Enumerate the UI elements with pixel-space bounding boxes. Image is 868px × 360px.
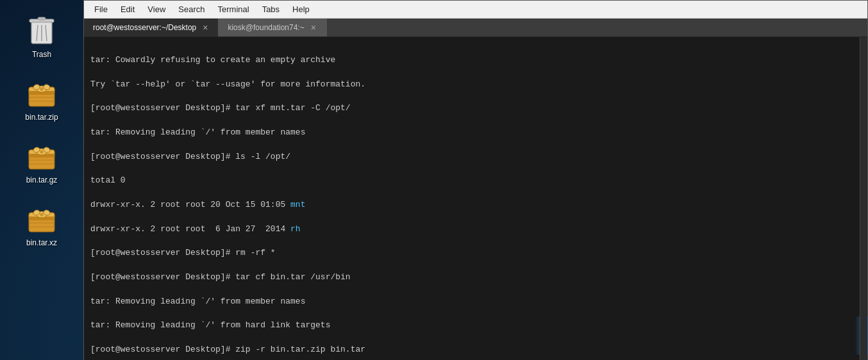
menu-search[interactable]: Search [173,3,210,16]
bin-tar-gz-icon-item[interactable]: bin.tar.gz [26,141,58,184]
term-line-9: [root@westosserver Desktop]# rm -rf * [90,247,853,259]
menu-tabs[interactable]: Tabs [257,3,285,16]
term-line-10: [root@westosserver Desktop]# tar cf bin.… [90,272,853,284]
menu-help[interactable]: Help [287,3,315,16]
bin-tar-xz-label: bin.tar.xz [26,238,57,247]
term-line-8: drwxr-xr-x. 2 root root 6 Jan 27 2014 rh [90,224,853,236]
term-line-2: Try `tar --help' or `tar --usage' for mo… [90,79,853,91]
bin-tar-xz-icon-item[interactable]: bin.tar.xz [26,204,57,247]
menu-view[interactable]: View [142,3,171,16]
tab-kiosk-foundation74[interactable]: kiosk@foundation74:~ × [219,19,326,37]
tab-root-westosserver[interactable]: root@westosserver:~/Desktop × [84,19,219,37]
svg-point-22 [40,150,44,154]
svg-point-13 [40,87,44,91]
tab-bar: root@westosserver:~/Desktop × kiosk@foun… [84,19,867,37]
term-highlight-mnt: mnt [290,200,305,209]
terminal-output[interactable]: tar: Cowardly refusing to create an empt… [84,37,860,360]
term-line-1: tar: Cowardly refusing to create an empt… [90,54,853,67]
terminal-scrollbar[interactable] [860,37,867,360]
trash-icon-item[interactable]: Trash [28,13,56,59]
package-icon-xz [26,204,57,234]
desktop: Trash bin.tar.zip [0,0,868,360]
tab2-label: kiosk@foundation74:~ [228,23,304,32]
tab1-close-button[interactable]: × [201,22,209,33]
term-highlight-rh: rh [290,224,301,234]
term-line-7: drwxr-xr-x. 2 root root 20 Oct 15 01:05 … [90,199,853,211]
term-line-11: tar: Removing leading `/' from member na… [90,296,853,308]
trash-label: Trash [32,50,51,59]
bin-tar-gz-label: bin.tar.gz [26,176,58,184]
term-line-3: [root@westosserver Desktop]# tar xf mnt.… [90,102,853,115]
trash-icon [28,13,56,46]
package-icon-zip [26,78,57,109]
desktop-icons-area: Trash bin.tar.zip [0,0,83,360]
menu-terminal[interactable]: Terminal [213,3,255,16]
bin-tar-zip-icon-item[interactable]: bin.tar.zip [25,78,58,122]
bin-tar-zip-label: bin.tar.zip [25,113,58,122]
svg-rect-2 [38,17,46,20]
term-line-6: total 0 [90,175,853,187]
terminal-body: tar: Cowardly refusing to create an empt… [84,37,867,360]
term-line-4: tar: Removing leading `/' from member na… [90,127,853,139]
package-icon-gz [26,141,57,172]
tab1-label: root@westosserver:~/Desktop [93,23,196,32]
tab2-close-button[interactable]: × [310,22,317,33]
menu-edit[interactable]: Edit [115,3,140,16]
svg-point-31 [40,213,44,217]
menu-file[interactable]: File [89,3,113,16]
term-line-5: [root@westosserver Desktop]# ls -l /opt/ [90,151,853,163]
terminal-window: File Edit View Search Terminal Tabs Help… [83,0,868,360]
term-line-13: [root@westosserver Desktop]# zip -r bin.… [90,344,853,356]
term-line-12: tar: Removing leading `/' from hard link… [90,320,853,332]
menu-bar: File Edit View Search Terminal Tabs Help [84,1,867,19]
